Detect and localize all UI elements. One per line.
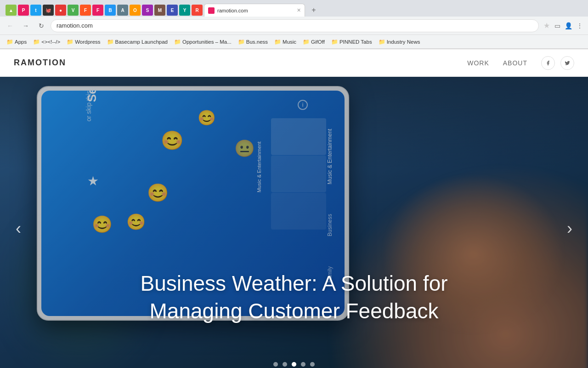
bookmark-opportunities[interactable]: 📁 Opportunities – Ma...	[171, 38, 234, 46]
tab-active[interactable]: ramotion.com ✕	[204, 4, 305, 17]
folder-icon: 📁	[33, 39, 40, 45]
bookmark-star-icon[interactable]: ★	[542, 21, 552, 30]
settings-icon[interactable]: ⋮	[575, 22, 584, 29]
bookmark-music-label: Music	[283, 39, 296, 45]
cast-icon[interactable]: ▭	[553, 22, 562, 29]
folder-icon: 📁	[303, 39, 310, 45]
bookmark-wordpress[interactable]: 📁 Wordpress	[64, 38, 103, 46]
tab-favicon-14[interactable]: E	[167, 5, 178, 16]
folder-icon: 📁	[174, 39, 181, 45]
website-content: RAMOTION WORK ABOUT	[0, 49, 588, 368]
folder-icon: 📁	[107, 39, 114, 45]
nav-work[interactable]: WORK	[467, 59, 489, 67]
bookmarks-bar: 📁 Apps 📁 <><!--/> 📁 Wordpress 📁 Basecamp…	[0, 35, 588, 49]
forward-button[interactable]: →	[19, 19, 32, 32]
tab-favicon-12[interactable]: S	[142, 5, 153, 16]
bookmark-gifoff[interactable]: 📁 GifOff	[300, 38, 328, 46]
bookmark-industry[interactable]: 📁 Industry News	[376, 38, 423, 46]
bookmark-pinned[interactable]: 📁 PINNED Tabs	[328, 38, 375, 46]
tab-favicon-7[interactable]: F	[80, 5, 91, 16]
bookmark-industry-label: Industry News	[387, 39, 420, 45]
site-social	[541, 56, 574, 70]
bookmark-apps[interactable]: 📁 Apps	[4, 38, 29, 46]
folder-icon: 📁	[331, 39, 338, 45]
tab-favicon-15[interactable]: Y	[179, 5, 190, 16]
tab-favicon-5[interactable]: ●	[55, 5, 66, 16]
tab-favicon-9[interactable]: B	[105, 5, 116, 16]
url-bar[interactable]: ramotion.com	[51, 19, 539, 32]
slider-dot-3[interactable]	[292, 362, 296, 367]
tab-favicon-4[interactable]: 🐙	[43, 5, 54, 16]
bookmark-wordpress-label: Wordpress	[75, 39, 100, 45]
folder-icon: 📁	[67, 39, 74, 45]
bookmark-business-label: Bus.ness	[246, 39, 268, 45]
tab-close-icon[interactable]: ✕	[297, 7, 301, 13]
profile-icon[interactable]: 👤	[563, 22, 574, 29]
hero-text-block: Business Weather: A Solution forManaging…	[110, 270, 478, 325]
back-button[interactable]: ←	[4, 19, 17, 32]
bookmark-code-label: <><!--/>	[41, 39, 60, 45]
facebook-icon[interactable]	[541, 56, 555, 70]
folder-icon: 📁	[379, 39, 385, 45]
folder-icon: 📁	[6, 39, 13, 45]
nav-about[interactable]: ABOUT	[503, 59, 527, 67]
bookmark-gifoff-label: GifOff	[311, 39, 325, 45]
bookmark-code[interactable]: 📁 <><!--/>	[30, 38, 63, 46]
bookmark-pinned-label: PINNED Tabs	[339, 39, 372, 45]
tab-favicon-2[interactable]: P	[18, 5, 29, 16]
bookmark-basecamp-label: Basecamp Launchpad	[115, 39, 168, 45]
bookmark-business[interactable]: 📁 Bus.ness	[235, 38, 271, 46]
hero-section: Set priorities or skip this step i Music…	[0, 77, 588, 368]
slider-dot-4[interactable]	[301, 362, 305, 367]
slider-dot-2[interactable]	[283, 362, 287, 367]
hero-title: Business Weather: A Solution forManaging…	[110, 270, 478, 325]
tab-favicon-3[interactable]: t	[30, 5, 41, 16]
address-bar: ← → ↻ ramotion.com ★ ▭ 👤 ⋮	[0, 17, 588, 35]
bookmark-apps-label: Apps	[15, 39, 27, 45]
folder-icon: 📁	[238, 39, 245, 45]
slider-next-button[interactable]: ›	[560, 215, 579, 242]
browser-chrome: ▲ P t 🐙 ● V F F B A O S M E Y R ramotion…	[0, 0, 588, 49]
extensions-area: ★ ▭ 👤 ⋮	[542, 21, 584, 30]
tab-favicon-11[interactable]: O	[130, 5, 141, 16]
tab-favicon-13[interactable]: M	[154, 5, 165, 16]
slider-dot-5[interactable]	[310, 362, 315, 367]
bookmark-music[interactable]: 📁 Music	[271, 38, 299, 46]
slider-dots	[273, 362, 315, 367]
active-tab-title: ramotion.com	[217, 8, 248, 13]
url-text: ramotion.com	[57, 22, 93, 29]
tab-favicon-8[interactable]: F	[92, 5, 103, 16]
new-tab-btn[interactable]: +	[308, 5, 319, 16]
slider-prev-button[interactable]: ‹	[9, 215, 28, 242]
twitter-icon[interactable]	[560, 56, 574, 70]
bookmark-basecamp[interactable]: 📁 Basecamp Launchpad	[104, 38, 170, 46]
tab-favicon-6[interactable]: V	[68, 5, 79, 16]
site-navigation: RAMOTION WORK ABOUT	[0, 49, 588, 77]
site-logo[interactable]: RAMOTION	[14, 58, 66, 68]
tab-favicon-16[interactable]: R	[192, 5, 203, 16]
site-menu: WORK ABOUT	[467, 59, 527, 67]
folder-icon: 📁	[274, 39, 281, 45]
tab-bar: ▲ P t 🐙 ● V F F B A O S M E Y R ramotion…	[0, 0, 588, 17]
tab-favicon-1[interactable]: ▲	[6, 5, 17, 16]
bookmark-opportunities-label: Opportunities – Ma...	[182, 39, 232, 45]
reload-button[interactable]: ↻	[35, 19, 48, 32]
slider-dot-1[interactable]	[273, 362, 278, 367]
tab-favicon-10[interactable]: A	[117, 5, 128, 16]
